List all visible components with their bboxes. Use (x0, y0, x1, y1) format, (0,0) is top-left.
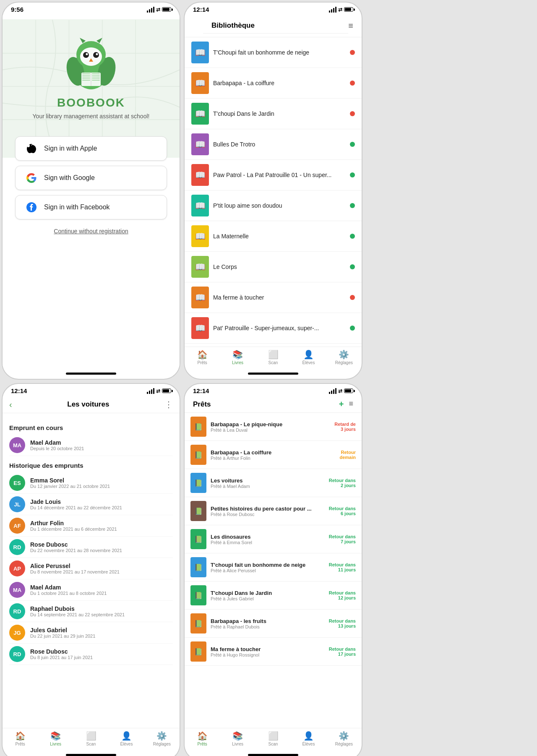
history-item[interactable]: JG Jules Gabriel Du 22 juin 2021 au 29 j… (9, 622, 173, 644)
tab-reglages-3[interactable]: ⚙️ Réglages (144, 731, 180, 746)
svg-rect-23 (82, 73, 90, 74)
tab-eleves[interactable]: 👤 Élèves (291, 349, 326, 365)
app-name: BOOBOOK (57, 96, 125, 109)
history-avatar: JG (9, 625, 25, 641)
loan-item[interactable]: 📗 T'choupi fait un bonhomme de neige Prê… (185, 553, 362, 581)
history-avatar: RD (9, 603, 25, 619)
svg-rect-24 (82, 76, 90, 76)
book-item[interactable]: 📖 Paw Patrol - La Pat Patrouille 01 - Un… (185, 160, 362, 190)
tab-livres-4[interactable]: 📚 Livres (220, 731, 255, 746)
book-title: Ma ferme à toucher (213, 294, 346, 301)
history-item[interactable]: MA Mael Adam Du 1 octobre 2021 au 8 octo… (9, 579, 173, 601)
google-signin-button[interactable]: Sign with Google (15, 166, 167, 190)
prets-actions: + ≡ (339, 399, 353, 409)
book-item[interactable]: 📖 T'choupi Dans le Jardin (185, 99, 362, 129)
signal-bars-3 (147, 388, 154, 394)
history-avatar: AP (9, 560, 25, 576)
status-time-2: 12:14 (193, 6, 209, 13)
tab-prets[interactable]: 🏠 Prêts (185, 349, 220, 365)
book-status-dot (350, 264, 355, 269)
filter-icon[interactable]: ≡ (348, 21, 353, 31)
voitures-content: Emprunt en cours MA Mael Adam Depuis le … (3, 413, 180, 728)
history-item[interactable]: AF Arthur Folin Du 1 décembre 2021 au 6 … (9, 515, 173, 537)
history-item[interactable]: RD Rose Dubosc Du 8 juin 2021 au 17 juin… (9, 644, 173, 665)
history-item[interactable]: ES Emma Sorel Du 12 janvier 2022 au 21 o… (9, 472, 173, 494)
loan-item[interactable]: 📗 Petites histoires du pere castor pour … (185, 497, 362, 525)
tab-scan-3[interactable]: ⬜ Scan (73, 731, 109, 746)
tab-livres[interactable]: 📚 Livres (220, 349, 255, 365)
library-title: Bibliothèque (203, 18, 348, 34)
book-item[interactable]: 📖 T'Choupi fait un bonhomme de neige (185, 37, 362, 68)
wifi-icon-2: ⇄ (338, 7, 342, 13)
filter-icon-prets[interactable]: ≡ (349, 399, 353, 409)
tab-reglages[interactable]: ⚙️ Réglages (326, 349, 362, 365)
book-title: P'tit loup aime son doudou (213, 202, 346, 209)
loan-status: Retour dans 2 jours (329, 478, 356, 488)
book-thumbnail: 📖 (191, 256, 209, 278)
svg-point-17 (93, 52, 99, 58)
book-item[interactable]: 📖 Cars 2 (185, 344, 362, 347)
book-item[interactable]: 📖 Ma ferme à toucher (185, 282, 362, 313)
prets-header: Prêts + ≡ (185, 396, 362, 413)
tab-bar-prets: 🏠 Prêts 📚 Livres ⬜ Scan 👤 Élèves ⚙️ Régl… (185, 728, 362, 750)
tab-eleves-3[interactable]: 👤 Élèves (109, 731, 144, 746)
phone-prets: 12:14 ⇄ Prêts + ≡ 📗 Barb (184, 383, 362, 756)
tab-eleves-4[interactable]: 👤 Élèves (291, 731, 326, 746)
loan-item[interactable]: 📗 Barbapapa - Le pique-nique Prêté à Lea… (185, 413, 362, 441)
book-title: Bulles De Trotro (213, 141, 346, 148)
loan-item[interactable]: 📗 Les dinosaures Prêté à Emma Sorel Reto… (185, 525, 362, 553)
back-icon[interactable]: ‹ (9, 400, 12, 409)
status-icons-2: ⇄ (329, 7, 353, 13)
book-status-dot (350, 111, 355, 116)
loan-thumbnail: 📗 (190, 557, 206, 577)
svg-marker-11 (80, 38, 86, 43)
book-item[interactable]: 📖 Le Corps (185, 252, 362, 282)
continue-without-registration[interactable]: Continue without registration (54, 228, 128, 235)
loan-status: Retour dans 6 jours (329, 506, 356, 516)
book-status-dot (350, 142, 355, 147)
book-thumbnail: 📖 (191, 317, 209, 339)
status-time-4: 12:14 (193, 387, 209, 394)
home-indicator-3 (66, 754, 116, 756)
home-indicator (66, 373, 116, 375)
app-tagline: Your library management assistant at sch… (33, 113, 150, 120)
book-status-dot (350, 234, 355, 239)
book-item[interactable]: 📖 La Maternelle (185, 221, 362, 252)
tab-prets-4[interactable]: 🏠 Prêts (185, 731, 220, 746)
book-item[interactable]: 📖 Bulles De Trotro (185, 129, 362, 160)
owl-logo (64, 36, 118, 92)
tab-prets-3[interactable]: 🏠 Prêts (3, 731, 38, 746)
book-thumbnail: 📖 (191, 133, 209, 155)
history-item[interactable]: AP Alice Perussel Du 8 novembre 2021 au … (9, 558, 173, 579)
history-item[interactable]: RD Raphael Dubois Du 14 septembre 2021 a… (9, 601, 173, 622)
book-item[interactable]: 📖 Pat' Patrouille - Super-jumeaux, super… (185, 313, 362, 344)
borrower-info: Mael Adam Depuis le 20 octobre 2021 (30, 439, 84, 451)
more-icon[interactable]: ⋮ (164, 399, 173, 409)
signal-bars-4 (329, 388, 336, 394)
book-status-dot (350, 203, 355, 208)
tab-livres-3[interactable]: 📚 Livres (38, 731, 73, 746)
facebook-signin-button[interactable]: Sign in with Facebook (15, 195, 167, 219)
signal-bars (147, 7, 154, 13)
tab-scan[interactable]: ⬜ Scan (255, 349, 291, 365)
history-item[interactable]: JL Jade Louis Du 14 décembre 2021 au 22 … (9, 494, 173, 515)
loan-item[interactable]: 📗 T'choupi Dans le Jardin Prêté à Jules … (185, 581, 362, 610)
book-item[interactable]: 📖 Barbapapa - La coiffure (185, 68, 362, 99)
apple-signin-button[interactable]: Sign in with Apple (15, 136, 167, 161)
loan-item[interactable]: 📗 Barbapapa - La coiffure Prêté à Arthur… (185, 441, 362, 469)
loan-item[interactable]: 📗 Ma ferme à toucher Prêté à Hugo Rossig… (185, 638, 362, 666)
tab-scan-4[interactable]: ⬜ Scan (255, 731, 291, 746)
history-item[interactable]: RD Rose Dubosc Du 22 novembre 2021 au 28… (9, 537, 173, 558)
svg-point-18 (86, 53, 88, 55)
tab-reglages-4[interactable]: ⚙️ Réglages (326, 731, 362, 746)
status-icons-4: ⇄ (329, 388, 353, 394)
loan-item[interactable]: 📗 Barbapapa - les fruits Prêté à Raphael… (185, 610, 362, 638)
loan-status: Retour dans 11 jours (329, 562, 356, 572)
book-thumbnail: 📖 (191, 195, 209, 216)
home-indicator-4 (248, 754, 298, 756)
book-item[interactable]: 📖 P'tit loup aime son doudou (185, 190, 362, 221)
add-icon[interactable]: + (339, 399, 344, 409)
loan-item[interactable]: 📗 Les voitures Prêté à Mael Adam Retour … (185, 469, 362, 497)
voitures-title: Les voitures (16, 400, 160, 409)
book-thumbnail: 📖 (191, 72, 209, 94)
